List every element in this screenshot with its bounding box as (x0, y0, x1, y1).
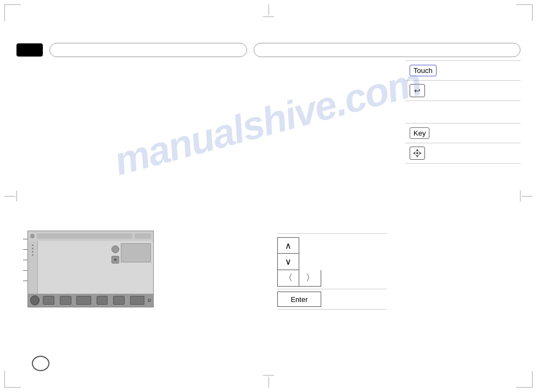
dpad-row (405, 143, 521, 163)
arrow-down-row: ∨ (277, 254, 387, 270)
device-bottom-btn2 (60, 296, 71, 305)
arrow-buttons-section: ∧ ∨ 〈 〉 Enter (277, 233, 387, 310)
pill-right (254, 43, 521, 57)
device-bottom (28, 294, 153, 307)
black-badge (16, 43, 43, 57)
arrows-separator-mid (277, 289, 387, 289)
svg-marker-2 (413, 152, 416, 155)
svg-marker-0 (416, 149, 419, 152)
crosshair-bottom (263, 375, 274, 388)
device-bottom-btn3 (76, 296, 91, 305)
device-top-circle (30, 234, 35, 238)
arrows-separator-bot (277, 309, 387, 310)
dpad-icon (410, 147, 425, 160)
back-arrow-icon: ↩ (410, 84, 425, 97)
arrow-up-row: ∧ (277, 237, 387, 254)
arrow-right-btn[interactable]: 〉 (299, 270, 321, 287)
bottom-oval (32, 356, 49, 371)
svg-marker-1 (416, 155, 419, 158)
header-row (16, 43, 521, 57)
device-bottom-btn4 (97, 296, 108, 305)
key-tag: Key (410, 127, 429, 139)
touch-section: Touch ↩ (405, 61, 521, 101)
touch-label-row: Touch (405, 61, 521, 81)
arrow-lr-row: 〈 〉 (277, 270, 387, 287)
crosshair-left (4, 191, 17, 201)
arrow-down-btn[interactable]: ∨ (277, 254, 299, 270)
device-bottom-btn6 (130, 296, 144, 305)
corner-mark-bl (4, 371, 21, 388)
enter-btn[interactable]: Enter (277, 292, 321, 307)
svg-point-4 (416, 152, 418, 154)
right-panel: Touch ↩ Key (405, 60, 521, 164)
crosshair-top (263, 4, 274, 17)
device-power-btn (30, 295, 40, 305)
corner-mark-tl (4, 4, 21, 21)
key-section: Key (405, 124, 521, 164)
arrow-up-btn[interactable]: ∧ (277, 237, 299, 254)
arrow-left-btn[interactable]: 〈 (277, 270, 299, 287)
enter-row: Enter (277, 292, 387, 307)
key-label-row: Key (405, 124, 521, 143)
device-image: ★ (27, 231, 154, 307)
touch-tag: Touch (410, 65, 437, 76)
crosshair-right (520, 191, 533, 201)
corner-mark-tr (516, 4, 533, 21)
watermark: manualshive.com (109, 59, 426, 184)
device-bottom-btn1 (43, 296, 54, 305)
device-top (28, 231, 153, 241)
pill-left (49, 43, 247, 57)
arrows-separator-top (277, 233, 387, 234)
svg-marker-3 (419, 152, 422, 155)
left-tick-marks (23, 239, 27, 281)
device-bottom-btn5 (113, 296, 125, 305)
back-arrow-row: ↩ (405, 81, 521, 100)
corner-mark-br (516, 371, 533, 388)
section-gap (405, 101, 521, 123)
